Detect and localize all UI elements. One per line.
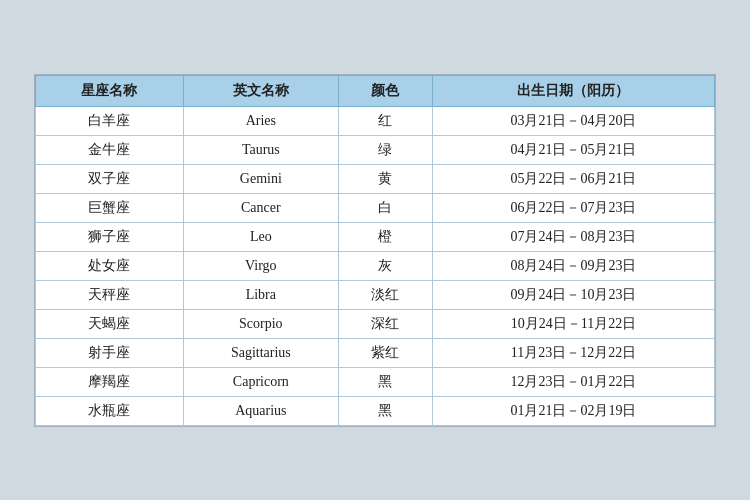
cell-r10-c1: Aquarius <box>183 396 338 425</box>
cell-r1-c0: 金牛座 <box>36 135 184 164</box>
cell-r1-c3: 04月21日－05月21日 <box>432 135 714 164</box>
table-row: 狮子座Leo橙07月24日－08月23日 <box>36 222 715 251</box>
cell-r9-c1: Capricorn <box>183 367 338 396</box>
cell-r3-c1: Cancer <box>183 193 338 222</box>
table-row: 白羊座Aries红03月21日－04月20日 <box>36 106 715 135</box>
table-row: 射手座Sagittarius紫红11月23日－12月22日 <box>36 338 715 367</box>
zodiac-table-wrapper: 星座名称英文名称颜色出生日期（阳历） 白羊座Aries红03月21日－04月20… <box>34 74 716 427</box>
cell-r6-c3: 09月24日－10月23日 <box>432 280 714 309</box>
cell-r2-c0: 双子座 <box>36 164 184 193</box>
table-row: 摩羯座Capricorn黑12月23日－01月22日 <box>36 367 715 396</box>
cell-r4-c3: 07月24日－08月23日 <box>432 222 714 251</box>
cell-r8-c3: 11月23日－12月22日 <box>432 338 714 367</box>
cell-r1-c1: Taurus <box>183 135 338 164</box>
table-row: 天秤座Libra淡红09月24日－10月23日 <box>36 280 715 309</box>
cell-r10-c0: 水瓶座 <box>36 396 184 425</box>
cell-r6-c0: 天秤座 <box>36 280 184 309</box>
cell-r6-c2: 淡红 <box>338 280 432 309</box>
cell-r9-c0: 摩羯座 <box>36 367 184 396</box>
cell-r8-c1: Sagittarius <box>183 338 338 367</box>
cell-r8-c2: 紫红 <box>338 338 432 367</box>
column-header: 星座名称 <box>36 75 184 106</box>
cell-r4-c1: Leo <box>183 222 338 251</box>
cell-r3-c2: 白 <box>338 193 432 222</box>
cell-r9-c2: 黑 <box>338 367 432 396</box>
cell-r0-c0: 白羊座 <box>36 106 184 135</box>
zodiac-table: 星座名称英文名称颜色出生日期（阳历） 白羊座Aries红03月21日－04月20… <box>35 75 715 426</box>
cell-r5-c1: Virgo <box>183 251 338 280</box>
cell-r10-c2: 黑 <box>338 396 432 425</box>
table-row: 处女座Virgo灰08月24日－09月23日 <box>36 251 715 280</box>
cell-r0-c2: 红 <box>338 106 432 135</box>
cell-r3-c0: 巨蟹座 <box>36 193 184 222</box>
cell-r7-c3: 10月24日－11月22日 <box>432 309 714 338</box>
cell-r1-c2: 绿 <box>338 135 432 164</box>
table-row: 金牛座Taurus绿04月21日－05月21日 <box>36 135 715 164</box>
column-header: 出生日期（阳历） <box>432 75 714 106</box>
column-header: 英文名称 <box>183 75 338 106</box>
cell-r4-c2: 橙 <box>338 222 432 251</box>
cell-r9-c3: 12月23日－01月22日 <box>432 367 714 396</box>
cell-r10-c3: 01月21日－02月19日 <box>432 396 714 425</box>
column-header: 颜色 <box>338 75 432 106</box>
cell-r2-c3: 05月22日－06月21日 <box>432 164 714 193</box>
table-row: 水瓶座Aquarius黑01月21日－02月19日 <box>36 396 715 425</box>
table-row: 巨蟹座Cancer白06月22日－07月23日 <box>36 193 715 222</box>
cell-r7-c0: 天蝎座 <box>36 309 184 338</box>
table-row: 天蝎座Scorpio深红10月24日－11月22日 <box>36 309 715 338</box>
cell-r6-c1: Libra <box>183 280 338 309</box>
cell-r4-c0: 狮子座 <box>36 222 184 251</box>
table-header-row: 星座名称英文名称颜色出生日期（阳历） <box>36 75 715 106</box>
cell-r8-c0: 射手座 <box>36 338 184 367</box>
cell-r5-c3: 08月24日－09月23日 <box>432 251 714 280</box>
cell-r5-c2: 灰 <box>338 251 432 280</box>
cell-r2-c2: 黄 <box>338 164 432 193</box>
cell-r5-c0: 处女座 <box>36 251 184 280</box>
cell-r0-c1: Aries <box>183 106 338 135</box>
cell-r3-c3: 06月22日－07月23日 <box>432 193 714 222</box>
cell-r0-c3: 03月21日－04月20日 <box>432 106 714 135</box>
cell-r7-c2: 深红 <box>338 309 432 338</box>
cell-r2-c1: Gemini <box>183 164 338 193</box>
cell-r7-c1: Scorpio <box>183 309 338 338</box>
table-row: 双子座Gemini黄05月22日－06月21日 <box>36 164 715 193</box>
